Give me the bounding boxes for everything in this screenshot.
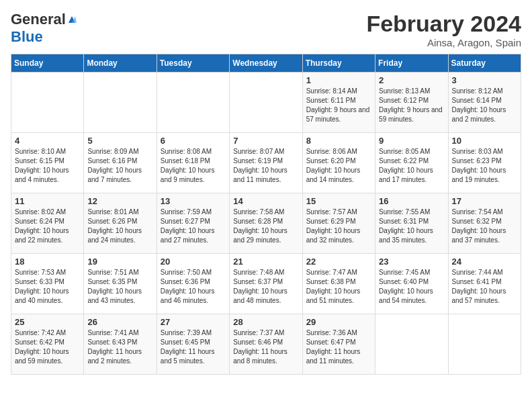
day-detail: Sunrise: 7:57 AM Sunset: 6:29 PM Dayligh… bbox=[306, 208, 371, 245]
day-number: 19 bbox=[87, 257, 152, 267]
day-of-week-header: Sunday bbox=[11, 54, 84, 73]
day-number: 4 bbox=[15, 136, 80, 146]
day-detail: Sunrise: 8:05 AM Sunset: 6:22 PM Dayligh… bbox=[379, 147, 444, 185]
calendar-day-cell: 13Sunrise: 7:59 AM Sunset: 6:27 PM Dayli… bbox=[157, 193, 229, 254]
logo-blue: Blue bbox=[11, 28, 43, 46]
day-detail: Sunrise: 7:59 AM Sunset: 6:27 PM Dayligh… bbox=[161, 208, 226, 245]
day-number: 23 bbox=[379, 257, 444, 267]
day-number: 11 bbox=[15, 196, 80, 206]
logo: General Blue bbox=[11, 11, 77, 46]
calendar-week-row: 25Sunrise: 7:42 AM Sunset: 6:42 PM Dayli… bbox=[11, 314, 521, 375]
day-number: 27 bbox=[161, 317, 226, 327]
logo-icon bbox=[67, 15, 77, 24]
calendar-day-cell bbox=[11, 73, 84, 133]
day-detail: Sunrise: 7:53 AM Sunset: 6:33 PM Dayligh… bbox=[15, 268, 80, 306]
day-number: 17 bbox=[452, 196, 517, 206]
day-detail: Sunrise: 7:36 AM Sunset: 6:47 PM Dayligh… bbox=[306, 328, 371, 366]
calendar-day-cell: 3Sunrise: 8:12 AM Sunset: 6:14 PM Daylig… bbox=[448, 73, 521, 133]
calendar-day-cell: 12Sunrise: 8:01 AM Sunset: 6:26 PM Dayli… bbox=[84, 193, 157, 254]
day-detail: Sunrise: 8:03 AM Sunset: 6:23 PM Dayligh… bbox=[452, 147, 517, 185]
day-detail: Sunrise: 7:39 AM Sunset: 6:45 PM Dayligh… bbox=[161, 328, 226, 366]
calendar-day-cell: 28Sunrise: 7:37 AM Sunset: 6:46 PM Dayli… bbox=[230, 314, 302, 375]
day-detail: Sunrise: 8:08 AM Sunset: 6:18 PM Dayligh… bbox=[161, 147, 226, 185]
location-subtitle: Ainsa, Aragon, Spain bbox=[366, 37, 521, 48]
day-detail: Sunrise: 8:07 AM Sunset: 6:19 PM Dayligh… bbox=[233, 147, 298, 185]
calendar-day-cell: 27Sunrise: 7:39 AM Sunset: 6:45 PM Dayli… bbox=[157, 314, 229, 375]
title-area: February 2024 Ainsa, Aragon, Spain bbox=[366, 11, 521, 48]
day-detail: Sunrise: 8:10 AM Sunset: 6:15 PM Dayligh… bbox=[15, 147, 80, 185]
calendar-day-cell: 29Sunrise: 7:36 AM Sunset: 6:47 PM Dayli… bbox=[302, 314, 375, 375]
calendar-day-cell: 5Sunrise: 8:09 AM Sunset: 6:16 PM Daylig… bbox=[84, 133, 157, 193]
day-detail: Sunrise: 7:45 AM Sunset: 6:40 PM Dayligh… bbox=[379, 268, 444, 306]
day-detail: Sunrise: 7:58 AM Sunset: 6:28 PM Dayligh… bbox=[233, 208, 298, 245]
calendar-day-cell bbox=[157, 73, 229, 133]
calendar-day-cell: 18Sunrise: 7:53 AM Sunset: 6:33 PM Dayli… bbox=[11, 254, 84, 314]
calendar-day-cell bbox=[84, 73, 157, 133]
day-detail: Sunrise: 8:06 AM Sunset: 6:20 PM Dayligh… bbox=[306, 147, 371, 185]
month-title: February 2024 bbox=[366, 11, 521, 37]
day-detail: Sunrise: 8:13 AM Sunset: 6:12 PM Dayligh… bbox=[379, 87, 444, 124]
day-number: 10 bbox=[452, 136, 517, 146]
day-number: 2 bbox=[379, 75, 444, 85]
calendar-day-cell bbox=[230, 73, 302, 133]
calendar-day-cell: 2Sunrise: 8:13 AM Sunset: 6:12 PM Daylig… bbox=[375, 73, 448, 133]
calendar-day-cell: 20Sunrise: 7:50 AM Sunset: 6:36 PM Dayli… bbox=[157, 254, 229, 314]
calendar-day-cell: 23Sunrise: 7:45 AM Sunset: 6:40 PM Dayli… bbox=[375, 254, 448, 314]
calendar-day-cell: 19Sunrise: 7:51 AM Sunset: 6:35 PM Dayli… bbox=[84, 254, 157, 314]
day-of-week-header: Saturday bbox=[448, 54, 521, 73]
day-number: 25 bbox=[15, 317, 80, 327]
day-detail: Sunrise: 7:41 AM Sunset: 6:43 PM Dayligh… bbox=[87, 328, 152, 366]
calendar-day-cell: 6Sunrise: 8:08 AM Sunset: 6:18 PM Daylig… bbox=[157, 133, 229, 193]
calendar-table: SundayMondayTuesdayWednesdayThursdayFrid… bbox=[11, 54, 521, 375]
calendar-day-cell: 10Sunrise: 8:03 AM Sunset: 6:23 PM Dayli… bbox=[448, 133, 521, 193]
day-number: 16 bbox=[379, 196, 444, 206]
day-of-week-header: Tuesday bbox=[157, 54, 229, 73]
day-detail: Sunrise: 7:54 AM Sunset: 6:32 PM Dayligh… bbox=[452, 208, 517, 245]
page-header: General Blue February 2024 Ainsa, Aragon… bbox=[11, 11, 521, 48]
day-number: 1 bbox=[306, 75, 371, 85]
calendar-day-cell: 24Sunrise: 7:44 AM Sunset: 6:41 PM Dayli… bbox=[448, 254, 521, 314]
calendar-day-cell: 7Sunrise: 8:07 AM Sunset: 6:19 PM Daylig… bbox=[230, 133, 302, 193]
day-number: 9 bbox=[379, 136, 444, 146]
calendar-day-cell: 25Sunrise: 7:42 AM Sunset: 6:42 PM Dayli… bbox=[11, 314, 84, 375]
calendar-day-cell: 15Sunrise: 7:57 AM Sunset: 6:29 PM Dayli… bbox=[302, 193, 375, 254]
day-detail: Sunrise: 7:55 AM Sunset: 6:31 PM Dayligh… bbox=[379, 208, 444, 245]
calendar-day-cell: 22Sunrise: 7:47 AM Sunset: 6:38 PM Dayli… bbox=[302, 254, 375, 314]
day-of-week-header: Thursday bbox=[302, 54, 375, 73]
day-of-week-header: Wednesday bbox=[230, 54, 302, 73]
day-detail: Sunrise: 7:48 AM Sunset: 6:37 PM Dayligh… bbox=[233, 268, 298, 306]
calendar-day-cell: 14Sunrise: 7:58 AM Sunset: 6:28 PM Dayli… bbox=[230, 193, 302, 254]
calendar-day-cell: 4Sunrise: 8:10 AM Sunset: 6:15 PM Daylig… bbox=[11, 133, 84, 193]
day-number: 12 bbox=[87, 196, 152, 206]
day-number: 6 bbox=[161, 136, 226, 146]
calendar-day-cell: 17Sunrise: 7:54 AM Sunset: 6:32 PM Dayli… bbox=[448, 193, 521, 254]
calendar-day-cell: 26Sunrise: 7:41 AM Sunset: 6:43 PM Dayli… bbox=[84, 314, 157, 375]
day-detail: Sunrise: 7:50 AM Sunset: 6:36 PM Dayligh… bbox=[161, 268, 226, 306]
day-number: 29 bbox=[306, 317, 371, 327]
day-detail: Sunrise: 8:12 AM Sunset: 6:14 PM Dayligh… bbox=[452, 87, 517, 124]
calendar-week-row: 18Sunrise: 7:53 AM Sunset: 6:33 PM Dayli… bbox=[11, 254, 521, 314]
day-number: 8 bbox=[306, 136, 371, 146]
calendar-week-row: 4Sunrise: 8:10 AM Sunset: 6:15 PM Daylig… bbox=[11, 133, 521, 193]
calendar-header-row: SundayMondayTuesdayWednesdayThursdayFrid… bbox=[11, 54, 521, 73]
day-detail: Sunrise: 7:37 AM Sunset: 6:46 PM Dayligh… bbox=[233, 328, 298, 366]
day-number: 20 bbox=[161, 257, 226, 267]
calendar-week-row: 11Sunrise: 8:02 AM Sunset: 6:24 PM Dayli… bbox=[11, 193, 521, 254]
calendar-day-cell: 11Sunrise: 8:02 AM Sunset: 6:24 PM Dayli… bbox=[11, 193, 84, 254]
day-number: 7 bbox=[233, 136, 298, 146]
calendar-day-cell bbox=[375, 314, 448, 375]
day-number: 24 bbox=[452, 257, 517, 267]
day-detail: Sunrise: 7:47 AM Sunset: 6:38 PM Dayligh… bbox=[306, 268, 371, 306]
day-detail: Sunrise: 8:02 AM Sunset: 6:24 PM Dayligh… bbox=[15, 208, 80, 245]
day-detail: Sunrise: 8:01 AM Sunset: 6:26 PM Dayligh… bbox=[87, 208, 152, 245]
calendar-day-cell bbox=[448, 314, 521, 375]
day-detail: Sunrise: 8:14 AM Sunset: 6:11 PM Dayligh… bbox=[306, 87, 371, 124]
day-number: 18 bbox=[15, 257, 80, 267]
calendar-day-cell: 8Sunrise: 8:06 AM Sunset: 6:20 PM Daylig… bbox=[302, 133, 375, 193]
day-detail: Sunrise: 7:44 AM Sunset: 6:41 PM Dayligh… bbox=[452, 268, 517, 306]
day-number: 13 bbox=[161, 196, 226, 206]
day-number: 21 bbox=[233, 257, 298, 267]
calendar-day-cell: 9Sunrise: 8:05 AM Sunset: 6:22 PM Daylig… bbox=[375, 133, 448, 193]
day-number: 3 bbox=[452, 75, 517, 85]
calendar-day-cell: 16Sunrise: 7:55 AM Sunset: 6:31 PM Dayli… bbox=[375, 193, 448, 254]
